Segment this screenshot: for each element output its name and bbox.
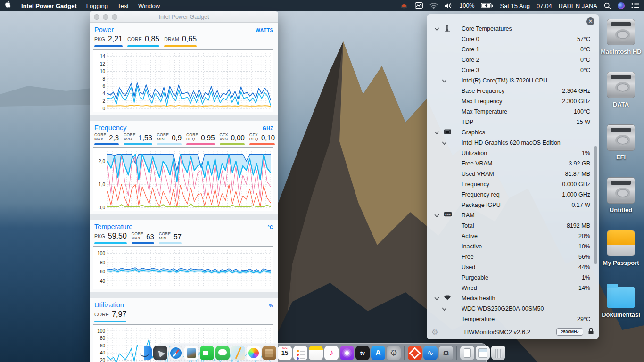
dock-icon-preview[interactable] [184, 346, 198, 360]
dock-icon-trash[interactable] [491, 346, 505, 360]
dock-icon-hwmonitor[interactable]: Ω [439, 346, 453, 360]
dock-icon-intel-power-gadget[interactable]: ∿ [423, 346, 438, 360]
svg-text:10: 10 [100, 69, 106, 74]
notification-center-icon[interactable] [631, 3, 639, 9]
desktop-icon-data[interactable]: DATA [601, 72, 641, 108]
internal-drive-icon [607, 19, 635, 45]
dock-icon-safari[interactable] [169, 346, 183, 360]
desktop-icon-label: My Passport [601, 259, 641, 266]
stat-label: COREMIN [159, 232, 171, 240]
anydesk-status-icon[interactable] [400, 3, 408, 9]
performance-graph-icon[interactable] [415, 2, 423, 9]
thermometer-icon [444, 25, 451, 34]
dock-icon-launchpad[interactable] [153, 346, 167, 360]
stat-value: 0,95 [201, 133, 215, 141]
stat-label: CORE [94, 312, 109, 317]
stat-value: 59,50 [108, 232, 127, 240]
dock-icon-calendar[interactable]: 15 [278, 346, 292, 360]
hwmonitor-row[interactable]: Core Temperatures [427, 24, 599, 34]
hwmonitor-row: Core 20°C [427, 55, 599, 65]
hwmonitor-row: Temperature29°C [427, 314, 599, 324]
frequency-section: Frequency GHZ COREMAX2,3COREAVG1,53COREM… [90, 121, 278, 214]
stat-underline [94, 321, 126, 322]
stat-value: 0,9 [172, 133, 182, 141]
dock-icon-music[interactable]: ♪ [324, 346, 339, 360]
apple-menu-icon[interactable] [5, 1, 12, 10]
chevron-down-icon[interactable] [434, 213, 439, 219]
battery-charging-icon[interactable] [481, 3, 493, 8]
row-value: 0°C [580, 57, 590, 63]
menu-date-label[interactable]: Sat 15 Aug [500, 2, 530, 9]
row-label: Base Frequency [462, 88, 504, 94]
chevron-down-icon[interactable] [434, 296, 439, 302]
dock-icon-stack-documents[interactable] [460, 346, 474, 360]
stat-gfx-req: GFXREQ0,10 [249, 133, 275, 145]
dock-icon-podcasts[interactable] [340, 346, 354, 360]
power-section-unit: WATTS [256, 27, 273, 33]
svg-text:12: 12 [100, 61, 106, 66]
row-value: 0.000 GHz [562, 181, 590, 188]
hwmonitor-row[interactable]: Graphics [427, 127, 599, 138]
menu-app-name[interactable]: Intel Power Gadget [21, 2, 77, 9]
menu-item-logging[interactable]: Logging [86, 2, 108, 9]
dock-icon-facetime[interactable] [200, 346, 214, 360]
stat-pkg: PKG59,50 [94, 232, 127, 244]
row-label: Core 2 [462, 57, 479, 63]
desktop-icon-macintosh-hd[interactable]: Macintosh HD [601, 19, 641, 55]
chevron-down-icon[interactable] [434, 26, 439, 33]
hwmonitor-row[interactable]: Intel HD Graphics 620 macOS Edition [427, 138, 599, 148]
siri-icon[interactable] [618, 2, 625, 9]
svg-text:8: 8 [102, 76, 105, 82]
menu-item-window[interactable]: Window [138, 2, 160, 9]
chevron-down-icon[interactable] [442, 140, 447, 147]
desktop-icon-dokumentasi[interactable]: Dokumentasi [601, 283, 641, 318]
desktop-icon-untitled[interactable]: Untitled [601, 177, 641, 214]
dock-icon-maps[interactable] [231, 346, 245, 360]
row-label: Frequency req [462, 191, 500, 198]
dock-icon-anydesk[interactable] [408, 346, 422, 360]
row-label: Core 3 [462, 67, 479, 74]
menu-item-test[interactable]: Test [117, 2, 129, 9]
stat-value: 0,00 [231, 133, 245, 141]
window-titlebar[interactable]: Intel Power Gadget [90, 11, 278, 23]
stat-underline [94, 242, 127, 244]
dock-icon-app-store[interactable]: A [371, 346, 385, 360]
hwmonitor-row[interactable]: Intel(R) Core(TM) i3-7020U CPU [427, 75, 599, 86]
dock-icon-tv[interactable]: tv [355, 346, 370, 360]
panel-scrollbar[interactable] [594, 146, 597, 264]
hwmonitor-row[interactable]: Media health [427, 293, 599, 304]
menu-user-label[interactable]: RADEN JANA [559, 2, 597, 9]
settings-gear-icon[interactable]: ⚙ [431, 328, 438, 337]
volume-icon[interactable] [445, 2, 453, 9]
row-value: 29°C [577, 316, 590, 322]
chevron-down-icon[interactable] [434, 130, 439, 136]
chevron-down-icon[interactable] [442, 78, 447, 84]
hwmonitor-row[interactable]: RAMRAM [427, 210, 599, 221]
desktop-icon-my-passport[interactable]: My Passport [601, 230, 641, 266]
dock-icon-messages[interactable] [215, 346, 230, 360]
stat-underline [132, 242, 154, 244]
dock-icon-notes[interactable] [309, 346, 323, 360]
stat-label: COREMIN [157, 133, 169, 141]
wifi-icon[interactable] [429, 3, 438, 9]
svg-text:60: 60 [100, 269, 106, 274]
dock-icon-stack-files[interactable] [476, 346, 490, 360]
hwmonitor-row[interactable]: WDC WDS250G2B0A-00SM50 [427, 304, 599, 314]
dock-icon-contacts[interactable] [262, 346, 276, 360]
stat-core-max: COREMAX2,3 [94, 133, 119, 145]
row-value: 14% [578, 285, 590, 291]
row-label: Package IGPU [462, 202, 501, 208]
dock-icon-finder[interactable] [138, 346, 152, 360]
lock-icon[interactable] [588, 328, 594, 336]
dock-icon-system-preferences[interactable]: ⚙ [387, 346, 401, 360]
dock-icon-photos[interactable] [247, 346, 261, 360]
spotlight-search-icon[interactable] [604, 2, 611, 9]
desktop-icon-efi[interactable]: EFI [601, 124, 641, 161]
menu-time-label[interactable]: 07.04 [537, 2, 552, 9]
dock-icon-reminders[interactable] [293, 346, 307, 360]
stat-underline [220, 143, 245, 145]
disk-icon [444, 295, 451, 302]
chevron-down-icon[interactable] [442, 306, 447, 313]
fan-speed-badge[interactable]: 2500MHz [556, 328, 583, 336]
stat-core-max: COREMAX63 [132, 232, 154, 244]
